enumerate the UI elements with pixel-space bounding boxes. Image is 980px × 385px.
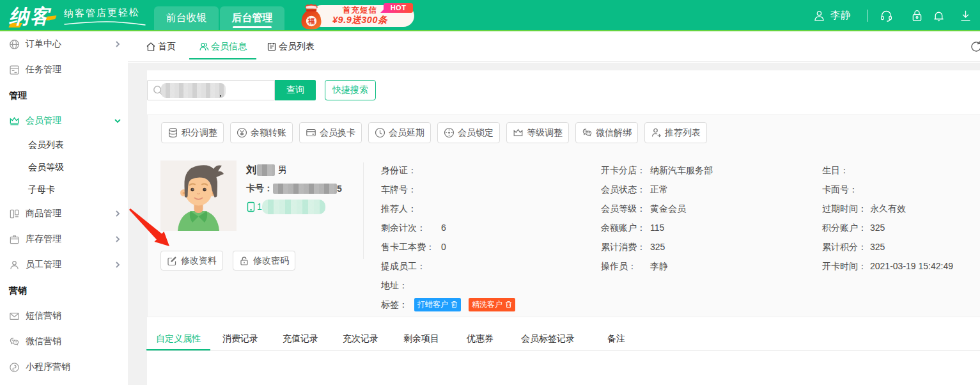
content-left-gap [128, 63, 147, 385]
sidebar-item-order-center[interactable]: 订单中心 [0, 31, 128, 57]
member-card-row: 卡号： 5 [246, 183, 342, 194]
tab-remarks[interactable]: 备注 [598, 326, 635, 350]
search-redaction-blur [161, 83, 226, 98]
user-icon[interactable] [813, 9, 826, 22]
envelope-icon [9, 311, 20, 322]
hot-badge: HOT [384, 3, 413, 13]
detail-row: 累计积分：325 [822, 237, 953, 256]
detail-row: 身份证： [381, 161, 515, 180]
card-number-suffix: 5 [337, 184, 342, 194]
sidebar: 订单中心 任务管理 管理 会员管理 会员列表 会员等级 子母卡 商品管理 库存管… [0, 31, 128, 385]
detail-row: 推荐人： [381, 199, 515, 218]
edit-profile-button[interactable]: 修改资料 [160, 251, 223, 271]
tab-custom-attributes[interactable]: 自定义属性 [146, 326, 210, 350]
detail-row: 过期时间：永久有效 [822, 199, 953, 218]
page-tab-bar: 首页 会员信息 会员列表 [128, 31, 980, 62]
edit-profile-label: 修改资料 [181, 255, 217, 267]
download-icon[interactable] [959, 9, 972, 22]
sidebar-item-label: 微信营销 [26, 336, 61, 347]
member-details-col2: 开卡分店：纳新汽车服务部 会员状态：正常 会员等级：黄金会员 余额账户：115 … [601, 161, 713, 276]
sidebar-subitem-member-level[interactable]: 会员等级 [0, 156, 128, 178]
detail-value: 325 [870, 218, 885, 237]
target-icon [444, 127, 455, 138]
detail-label: 推荐人： [381, 199, 441, 218]
sidebar-item-inventory-management[interactable]: 库存管理 [0, 226, 128, 252]
detail-label: 会员状态： [601, 180, 650, 199]
detail-label: 余额账户： [601, 218, 650, 237]
detail-label: 累计积分： [822, 237, 870, 256]
tab-label: 自定义属性 [156, 333, 201, 343]
detail-label: 提成员工： [381, 256, 441, 276]
tab-member-info[interactable]: 会员信息 [189, 31, 256, 61]
member-icon [199, 42, 209, 52]
extend-membership-button[interactable]: 会员延期 [368, 122, 431, 143]
detail-row: 余额账户：115 [601, 218, 713, 237]
tab-coupons[interactable]: 优惠券 [457, 326, 503, 350]
money-bag-icon: 福 [299, 3, 324, 30]
balance-transfer-button[interactable]: 余额转账 [230, 122, 293, 143]
edit-password-button[interactable]: 修改密码 [233, 251, 295, 271]
sidebar-item-label: 会员管理 [26, 115, 61, 127]
tab-remaining-items[interactable]: 剩余项目 [394, 326, 449, 350]
tab-consumption-records[interactable]: 消费记录 [213, 326, 268, 350]
quick-search-button[interactable]: 快捷搜索 [325, 80, 376, 100]
change-card-button[interactable]: 会员换卡 [299, 122, 362, 143]
header-nav-back-office[interactable]: 后台管理 [220, 6, 284, 31]
lock-member-button[interactable]: 会员锁定 [437, 122, 500, 143]
tab-member-list[interactable]: 会员列表 [257, 31, 324, 61]
detail-row: 车牌号： [381, 180, 515, 199]
adjust-level-button[interactable]: 等级调整 [506, 122, 569, 143]
bell-icon[interactable] [932, 9, 945, 22]
chevron-right-icon [114, 262, 121, 268]
detail-row: 会员状态：正常 [601, 180, 713, 199]
sidebar-subitem-member-list[interactable]: 会员列表 [0, 134, 128, 156]
lock-icon[interactable] [910, 9, 924, 22]
trash-icon[interactable] [505, 301, 512, 308]
box-icon [9, 234, 20, 245]
tag-premium-wash-customer[interactable]: 精洗客户 [469, 298, 515, 311]
detail-label: 开卡时间： [822, 256, 870, 276]
tab-home[interactable]: 首页 [136, 31, 185, 61]
crown-icon [513, 127, 524, 138]
sidebar-item-staff-management[interactable]: 员工管理 [0, 252, 128, 278]
bag-fu-char: 福 [307, 17, 315, 25]
trash-icon[interactable] [451, 301, 458, 308]
tab-member-tag-records[interactable]: 会员标签记录 [511, 326, 584, 350]
sidebar-item-task-management[interactable]: 任务管理 [0, 57, 128, 82]
tab-recharge-records[interactable]: 充值记录 [273, 326, 328, 350]
sidebar-subitem-parent-child-card[interactable]: 子母卡 [0, 178, 128, 201]
tab-label: 剩余项目 [403, 333, 439, 343]
detail-row: 售卡工本费：0 [381, 237, 515, 256]
wechat-unbind-button[interactable]: 微信解绑 [575, 122, 638, 143]
user-name[interactable]: 李静 [830, 0, 851, 31]
sidebar-item-product-management[interactable]: 商品管理 [0, 201, 128, 226]
member-phone-row: 1 [246, 199, 325, 214]
adjust-points-button[interactable]: 积分调整 [161, 122, 224, 143]
cursor-dot [220, 95, 221, 97]
action-button-label: 会员换卡 [320, 127, 355, 139]
detail-value: 0 [441, 237, 446, 256]
header-nav-front-desk[interactable]: 前台收银 [154, 6, 219, 31]
tab-count-recharge-records[interactable]: 充次记录 [333, 326, 388, 350]
sidebar-item-label: 员工管理 [26, 259, 61, 271]
coins-icon [167, 127, 178, 138]
tag-label: 精洗客户 [472, 295, 502, 314]
refresh-icon[interactable] [970, 40, 980, 53]
sidebar-item-sms-marketing[interactable]: 短信营销 [0, 303, 128, 329]
tag-waxing-customer[interactable]: 打蜡客户 [414, 298, 461, 311]
content-top-gap [128, 63, 980, 70]
referral-list-button[interactable]: 推荐列表 [644, 122, 707, 143]
query-button[interactable]: 查询 [275, 80, 316, 100]
crown-icon [9, 116, 20, 127]
sidebar-item-miniprogram-marketing[interactable]: 小程序营销 [0, 354, 128, 380]
card-number-redaction-blur [273, 184, 337, 194]
headset-icon[interactable] [880, 9, 893, 22]
search-input[interactable] [147, 80, 275, 100]
sidebar-item-label: 短信营销 [26, 310, 61, 322]
detail-row: 会员等级：黄金会员 [601, 199, 713, 218]
sidebar-item-wechat-marketing[interactable]: 微信营销 [0, 329, 128, 354]
person-icon [9, 260, 20, 271]
member-gender: 男 [278, 164, 287, 176]
sidebar-item-member-management[interactable]: 会员管理 [0, 108, 128, 134]
action-button-label: 积分调整 [182, 127, 217, 139]
